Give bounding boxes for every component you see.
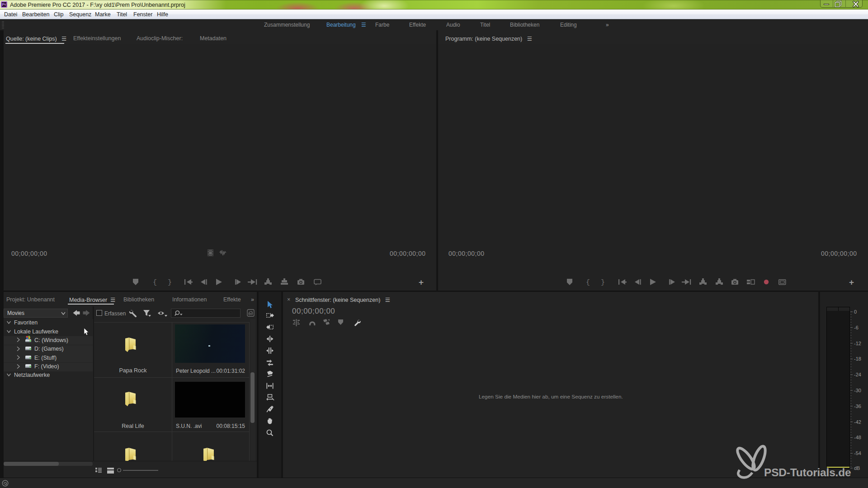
svg-text:-36: -36	[854, 404, 861, 409]
svg-text:-42: -42	[854, 419, 861, 425]
svg-text:{: {	[153, 279, 157, 286]
svg-text:-18: -18	[854, 356, 861, 361]
svg-text:}: }	[168, 279, 172, 286]
svg-text:-12: -12	[854, 341, 861, 346]
svg-text:-48: -48	[854, 435, 861, 440]
svg-text:-30: -30	[854, 388, 861, 393]
svg-text:0: 0	[854, 309, 857, 314]
svg-text:-24: -24	[854, 372, 861, 377]
svg-text:-6: -6	[854, 325, 859, 330]
svg-text:}: }	[601, 279, 605, 286]
svg-text:{: {	[586, 279, 590, 286]
